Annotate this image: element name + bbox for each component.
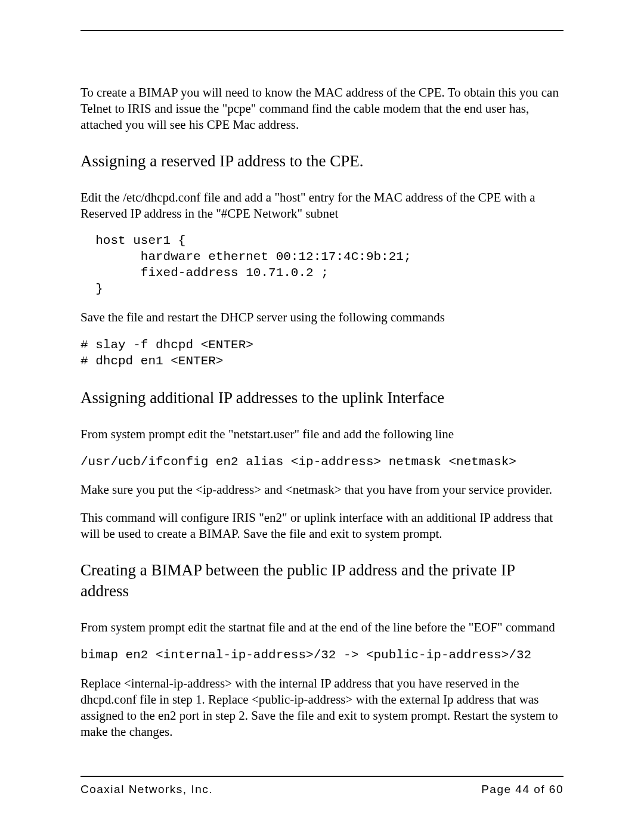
section2-para2: Make sure you put the <ip-address> and <…: [80, 482, 564, 498]
intro-paragraph: To create a BIMAP you will need to know …: [80, 85, 564, 133]
section3-heading: Creating a BIMAP between the public IP a…: [80, 560, 564, 602]
footer-company: Coaxial Networks, Inc.: [80, 783, 213, 796]
section3-para2: Replace <internal-ip-address> with the i…: [80, 676, 564, 740]
page-container: To create a BIMAP you will need to know …: [0, 0, 644, 833]
section1-heading: Assigning a reserved IP address to the C…: [80, 151, 564, 172]
footer-horizontal-rule: [80, 776, 564, 777]
section1-code: host user1 { hardware ethernet 00:12:17:…: [80, 233, 564, 298]
section3-para1: From system prompt edit the startnat fil…: [80, 620, 564, 636]
section3-code: bimap en2 <internal-ip-address>/32 -> <p…: [80, 648, 564, 664]
section1-code2: # slay -f dhcpd <ENTER> # dhcpd en1 <ENT…: [80, 337, 564, 370]
section1-para1: Edit the /etc/dhcpd.conf file and add a …: [80, 190, 564, 222]
section1-para2: Save the file and restart the DHCP serve…: [80, 309, 564, 326]
section2-code: /usr/ucb/ifconfig en2 alias <ip-address>…: [80, 454, 564, 470]
page-footer: Coaxial Networks, Inc. Page 44 of 60: [80, 776, 564, 796]
section2-para3: This command will configure IRIS "en2" o…: [80, 510, 564, 542]
top-horizontal-rule: [80, 30, 564, 31]
footer-row: Coaxial Networks, Inc. Page 44 of 60: [80, 783, 564, 796]
footer-page-number: Page 44 of 60: [481, 783, 564, 796]
section2-heading: Assigning additional IP addresses to the…: [80, 388, 564, 408]
section2-para1: From system prompt edit the "netstart.us…: [80, 426, 564, 442]
